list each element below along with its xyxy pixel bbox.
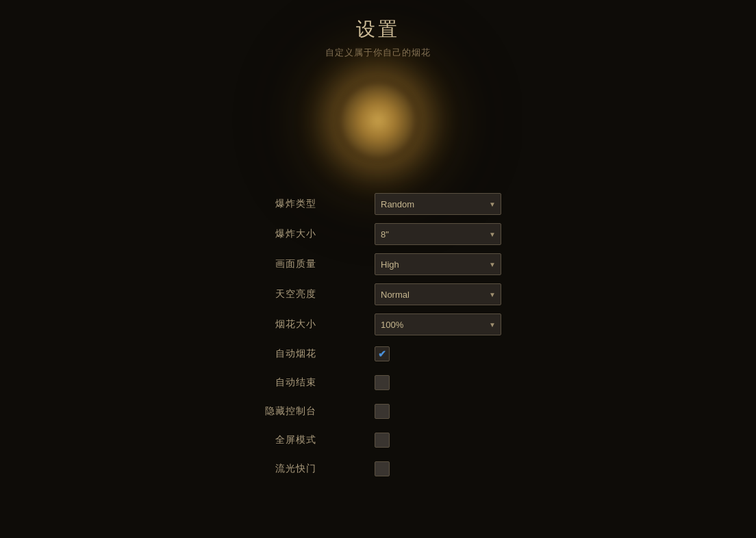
label-quality: 画面质量 <box>255 258 316 270</box>
select-quality[interactable]: LowNormalHighUltra <box>375 253 501 275</box>
form-row-auto-firework: 自动烟花 <box>255 340 501 368</box>
page-title: 设置 <box>325 16 431 42</box>
select-firework-size[interactable]: 50%75%100%125%150% <box>375 313 501 335</box>
select-wrapper-sky-brightness: DarkNormalBright <box>375 283 501 305</box>
label-firework-size: 烟花大小 <box>255 318 316 331</box>
checkbox-area-hide-console <box>375 404 501 419</box>
select-wrapper-firework-size: 50%75%100%125%150% <box>375 313 501 335</box>
title-section: 设置 自定义属于你自己的烟花 <box>325 16 431 59</box>
form-row-hide-console: 隐藏控制台 <box>255 397 501 426</box>
checkbox-area-auto-end <box>375 375 501 390</box>
page-subtitle: 自定义属于你自己的烟花 <box>325 47 431 59</box>
fireworks-preview <box>323 66 433 175</box>
form-row-sky-brightness: 天空亮度DarkNormalBright <box>255 279 501 309</box>
select-wrapper-explosion-type: RandomBallStarRingChrysanthemum <box>375 193 501 215</box>
form-row-fullscreen: 全屏模式 <box>255 426 501 454</box>
form-row-slow-shutter: 流光快门 <box>255 454 501 483</box>
label-sky-brightness: 天空亮度 <box>255 288 316 300</box>
form-row-explosion-size: 爆炸大小4"6"8"10"12" <box>255 219 501 249</box>
label-explosion-size: 爆炸大小 <box>255 228 316 240</box>
label-fullscreen: 全屏模式 <box>255 434 316 446</box>
checkbox-area-auto-firework <box>375 346 501 361</box>
select-wrapper-explosion-size: 4"6"8"10"12" <box>375 223 501 245</box>
checkbox-auto-firework[interactable] <box>375 346 390 361</box>
label-auto-end: 自动结束 <box>255 376 316 389</box>
checkbox-area-slow-shutter <box>375 461 501 476</box>
label-explosion-type: 爆炸类型 <box>255 198 316 210</box>
page-container: 设置 自定义属于你自己的烟花 爆炸类型RandomBallStarRingChr… <box>0 0 756 538</box>
checkbox-area-fullscreen <box>375 433 501 448</box>
form-row-auto-end: 自动结束 <box>255 368 501 397</box>
label-auto-firework: 自动烟花 <box>255 348 316 360</box>
form-row-firework-size: 烟花大小50%75%100%125%150% <box>255 309 501 340</box>
checkbox-hide-console[interactable] <box>375 404 390 419</box>
label-slow-shutter: 流光快门 <box>255 463 316 475</box>
settings-form: 爆炸类型RandomBallStarRingChrysanthemum爆炸大小4… <box>255 189 501 483</box>
label-hide-console: 隐藏控制台 <box>255 405 316 418</box>
select-explosion-size[interactable]: 4"6"8"10"12" <box>375 223 501 245</box>
form-row-quality: 画面质量LowNormalHighUltra <box>255 249 501 279</box>
checkbox-slow-shutter[interactable] <box>375 461 390 476</box>
form-row-explosion-type: 爆炸类型RandomBallStarRingChrysanthemum <box>255 189 501 219</box>
checkbox-auto-end[interactable] <box>375 375 390 390</box>
select-wrapper-quality: LowNormalHighUltra <box>375 253 501 275</box>
checkbox-fullscreen[interactable] <box>375 433 390 448</box>
select-sky-brightness[interactable]: DarkNormalBright <box>375 283 501 305</box>
fireworks-glow-orb <box>337 79 419 162</box>
select-explosion-type[interactable]: RandomBallStarRingChrysanthemum <box>375 193 501 215</box>
